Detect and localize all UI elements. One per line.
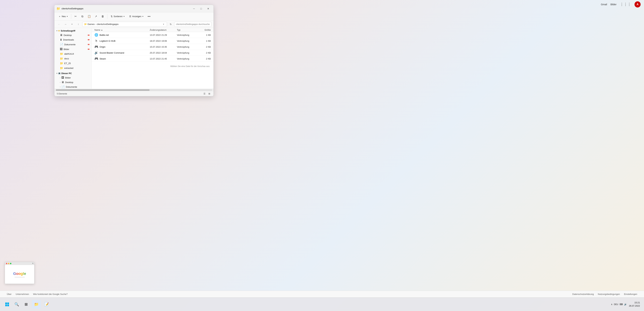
sidebar-item-desktop[interactable]: 🖥 Desktop 📌 [55, 33, 91, 37]
start-button[interactable] [3, 300, 12, 309]
sidebar-item-docs[interactable]: 📁 docs [55, 56, 91, 61]
sidebar-desktop-pc-label: Desktop [65, 81, 73, 84]
col-header-name[interactable]: Name ▲ [94, 29, 150, 31]
status-icons: ☰ ⊞ [203, 92, 211, 96]
view-button[interactable]: ☰ Anzeigen ▾ [127, 14, 145, 20]
task-view-button[interactable]: ⊞ [22, 300, 30, 309]
footer-unternehmen-link[interactable]: Unternehmen [16, 293, 29, 296]
forward-button[interactable]: → [63, 22, 68, 27]
table-row[interactable]: 🌐 Battle.net 13.07.2022 21:29 Verknüpfun… [92, 32, 214, 38]
table-row[interactable]: 🔊 Sound Blaster Command 25.07.2022 18:04… [92, 50, 214, 56]
images-link[interactable]: Bilder [610, 3, 616, 6]
list-view-button[interactable]: ☰ [203, 92, 206, 96]
file-icon: 🎮 [94, 45, 98, 49]
desktop-pc-icon: 🖥 [62, 81, 64, 84]
scrollbar-track[interactable] [56, 89, 212, 91]
more-button[interactable]: ••• [146, 14, 152, 20]
expand-dokumente-icon: › [60, 86, 60, 88]
sidebar-item-alahus14[interactable]: 📁 alaHUs14 [55, 52, 91, 56]
new-button[interactable]: ＋ Neu ▾ [56, 14, 70, 20]
file-date: 13.07.2022 21:45 [150, 58, 177, 60]
gmail-link[interactable]: Gmail [601, 3, 607, 6]
preview-body: Google [5, 265, 34, 284]
address-dropdown-button[interactable]: ▾ [162, 22, 165, 26]
taskbar-notes-button[interactable]: 📝 [42, 300, 51, 309]
back-button[interactable]: ← [56, 22, 62, 27]
new-chevron-icon: ▾ [67, 16, 68, 17]
delete-button[interactable]: 🗑 [100, 14, 106, 20]
file-date: 13.07.2022 21:29 [150, 34, 177, 36]
sidebar-item-dokumente-pc[interactable]: › 📄 Dokumente [55, 84, 91, 89]
table-row[interactable]: 🎮 Steam 13.07.2022 21:45 Verknüpfung 2 K… [92, 56, 214, 62]
new-plus-icon: ＋ [58, 15, 61, 18]
footer-nutzung-link[interactable]: Nutzungsbedingungen [598, 293, 620, 296]
footer-wie-link[interactable]: Wie funktioniert die Google Suche? [33, 293, 68, 296]
scrollbar-area[interactable] [54, 89, 214, 91]
this-pc-header[interactable]: ▾ 💻 Dieser PC [55, 72, 91, 75]
downloads-icon: ⬇ [60, 38, 62, 42]
file-type: Verknüpfung [177, 52, 197, 54]
path-folder-icon: 📁 [84, 23, 87, 26]
sidebar-item-extracted[interactable]: 📁 extracted [55, 66, 91, 70]
taskbar-clock[interactable]: 15:21 26.07.2022 [629, 301, 640, 307]
sidebar-item-downloads[interactable]: ⬇ Downloads 📌 [55, 38, 91, 42]
tray-up-arrow[interactable]: ∧ [611, 303, 613, 306]
file-icon: 🌐 [94, 33, 98, 37]
sidebar-downloads-label: Downloads [63, 38, 74, 41]
volume-icon[interactable]: 🔊 [624, 303, 627, 306]
maximize-button[interactable]: □ [198, 6, 204, 11]
taskbar-file-explorer-button[interactable]: 📁 [32, 300, 41, 309]
sidebar-item-bilder-pc[interactable]: › 🖼 Bilder [55, 76, 91, 80]
refresh-button[interactable]: ↻ [168, 22, 173, 26]
close-button[interactable]: ✕ [205, 6, 212, 11]
col-header-size[interactable]: Größe [197, 29, 211, 31]
keyboard-icon[interactable]: ⌨ [620, 303, 623, 306]
alahus14-icon: 📁 [60, 52, 63, 56]
grid-view-button[interactable]: ⊞ [208, 92, 211, 96]
sidebar-extracted-label: extracted [64, 67, 73, 69]
sidebar-item-bilder[interactable]: 🖼 Bilder 📌 [55, 47, 91, 52]
sidebar-item-et25[interactable]: 📁 ET_25 [55, 61, 91, 66]
file-name: Battle.net [100, 34, 109, 36]
share-button[interactable]: ↗ [93, 14, 99, 20]
sidebar-item-desktop-pc[interactable]: › 🖥 Desktop [55, 80, 91, 84]
quickaccess-header[interactable]: ▾ ★ Schnellzugriff [55, 29, 91, 33]
window-controls: ─ □ ✕ [191, 6, 212, 11]
preview-min-dot [8, 263, 9, 264]
scrollbar-thumb[interactable] [56, 89, 150, 91]
avatar[interactable]: A [634, 1, 640, 8]
table-row[interactable]: 🖱 Logitech G HUB 18.07.2022 19:06 Verknü… [92, 38, 214, 44]
up-button[interactable]: ↑ [76, 22, 81, 27]
footer-datenschutz-link[interactable]: Datenschutzerklärung [572, 293, 594, 296]
col-header-type[interactable]: Typ [177, 29, 197, 31]
taskbar-search-button[interactable]: 🔍 [13, 300, 20, 309]
preview-close-button[interactable]: ✕ [32, 262, 34, 264]
recent-locations-button[interactable]: ▾ [69, 22, 74, 27]
status-bar: 5 Elemente ☰ ⊞ [54, 91, 214, 96]
footer-einstellungen-link[interactable]: Einstellungen [624, 293, 637, 296]
view-icon: ☰ [129, 15, 131, 18]
sidebar-alahus14-label: alaHUs14 [64, 52, 74, 55]
cut-button[interactable]: ✂ [72, 14, 79, 20]
desktop-icon: 🖥 [60, 34, 62, 37]
file-size: 1 KB [197, 34, 211, 36]
this-pc-label: Dieser PC [62, 72, 72, 74]
svg-rect-1 [7, 302, 9, 304]
expand-bilder-icon: › [60, 77, 60, 79]
preview-max-dot [10, 263, 11, 264]
svg-rect-0 [5, 302, 7, 304]
col-header-date[interactable]: Änderungsdatum [150, 29, 177, 31]
copy-button[interactable]: ⧉ [79, 14, 86, 20]
apps-icon[interactable]: ⋮⋮⋮ [620, 2, 631, 6]
table-row[interactable]: 🎮 Origin 15.07.2022 15:35 Verknüpfung 2 … [92, 44, 214, 50]
file-size: 2 KB [197, 52, 211, 54]
sidebar-item-dokumente[interactable]: 📄 Dokumente 📌 [55, 42, 91, 47]
address-path[interactable]: 📁 Games › clientsAndSettingapps ▾ [82, 22, 167, 27]
sort-button[interactable]: ⇅ Sortieren ▾ [109, 14, 126, 20]
search-input[interactable] [174, 22, 212, 27]
paste-button[interactable]: 📋 [86, 14, 92, 20]
taskbar-left: 🔍 ⊞ 📁 📝 [0, 300, 51, 309]
footer-right-links: Datenschutzerklärung Nutzungsbedingungen… [572, 293, 637, 296]
footer-uber-link[interactable]: Über [7, 293, 12, 296]
minimize-button[interactable]: ─ [191, 6, 197, 11]
